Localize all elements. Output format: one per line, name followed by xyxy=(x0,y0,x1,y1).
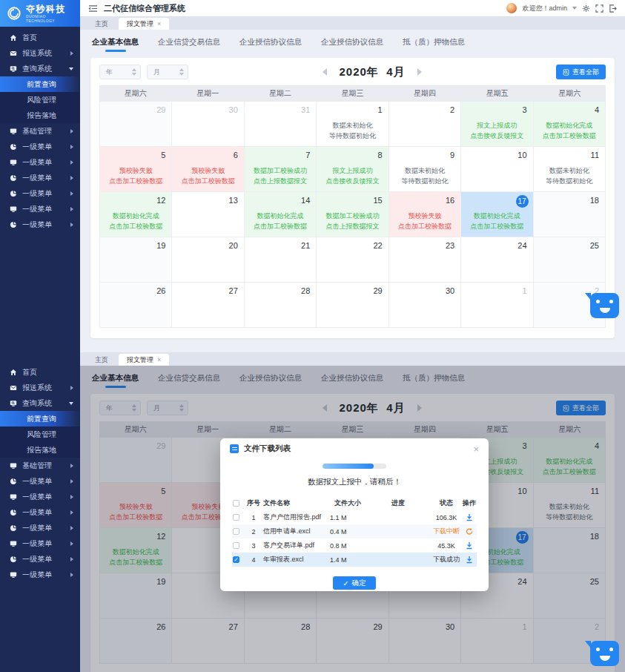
row-checkbox[interactable]: ✓ xyxy=(233,556,239,563)
month-select[interactable]: 月 xyxy=(147,65,188,79)
sidebar-item[interactable]: 基础管理 xyxy=(0,123,80,139)
sidebar-item[interactable]: 一级菜单 xyxy=(0,154,80,170)
calendar-day-cell[interactable]: 1数据未初始化等待数据初始化 xyxy=(317,102,388,147)
row-checkbox[interactable] xyxy=(233,528,239,535)
sidebar-item-active[interactable]: 前置查询 xyxy=(0,411,80,426)
file-row[interactable]: 3客户交易详单.pdf0.8 M45.3K xyxy=(232,538,477,553)
file-row[interactable]: 1客户户信用报告.pdf1.1 M106.3K xyxy=(232,510,477,524)
sidebar-item[interactable]: 一级菜单 xyxy=(0,504,80,520)
calendar-day-cell[interactable]: 28 xyxy=(245,283,317,328)
calendar-day-cell[interactable]: 16预校验失败点击加工校验数据 xyxy=(389,192,461,237)
fullscreen-icon[interactable] xyxy=(595,4,603,13)
logout-icon[interactable] xyxy=(609,4,617,13)
calendar-day-cell[interactable]: 21 xyxy=(245,237,317,283)
calendar-day-cell[interactable]: 26 xyxy=(100,283,172,328)
calendar-day-cell[interactable]: 30 xyxy=(389,283,461,328)
sidebar-item[interactable]: 一级菜单 xyxy=(0,170,80,185)
file-row[interactable]: 2信用申请单.excl0.4 M下载中断 xyxy=(232,524,477,538)
avatar[interactable] xyxy=(506,3,517,13)
section-tab[interactable]: 企业授信协议信息 xyxy=(239,37,302,52)
sidebar-item[interactable]: 报送系统 xyxy=(0,45,80,61)
calendar-day-cell[interactable]: 2 xyxy=(389,102,461,147)
sidebar-item[interactable]: 风险管理 xyxy=(0,92,80,108)
calendar-day-cell[interactable]: 31 xyxy=(245,102,317,147)
view-all-button[interactable]: 查看全部 xyxy=(556,65,606,79)
calendar-day-cell[interactable]: 23 xyxy=(389,237,461,283)
calendar-day-cell[interactable]: 1 xyxy=(461,283,533,328)
chat-widget[interactable] xyxy=(590,641,619,666)
sidebar-item[interactable]: 一级菜单 xyxy=(0,217,80,232)
section-tab[interactable]: 企业授信协议信息 xyxy=(321,37,383,52)
sidebar-item[interactable]: 风险管理 xyxy=(0,426,80,442)
calendar-day-cell[interactable]: 17数据初始化完成点击加工校验数据 xyxy=(461,192,533,237)
row-checkbox[interactable] xyxy=(233,514,239,521)
next-month-icon[interactable] xyxy=(417,68,422,76)
stepper-icon[interactable] xyxy=(132,68,136,76)
sidebar-item[interactable]: 一级菜单 xyxy=(0,201,80,217)
section-tab[interactable]: 企业基本信息 xyxy=(92,37,139,52)
calendar-day-cell[interactable]: 19 xyxy=(100,237,172,283)
sidebar-item[interactable]: 首页 xyxy=(0,364,80,380)
sidebar-item[interactable]: 首页 xyxy=(0,30,80,45)
close-tab-icon[interactable]: × xyxy=(157,356,161,363)
calendar-day-cell[interactable]: 18 xyxy=(534,192,606,237)
sidebar-item[interactable]: 一级菜单 xyxy=(0,551,80,567)
sidebar-item[interactable]: 一级菜单 xyxy=(0,139,80,154)
calendar-day-cell[interactable]: 29 xyxy=(100,102,172,147)
download-icon[interactable] xyxy=(462,513,477,521)
calendar-day-cell[interactable]: 13 xyxy=(172,192,244,237)
sidebar-item[interactable]: 报送系统 xyxy=(0,380,80,395)
calendar-day-cell[interactable]: 7数据加工校验成功点击上报数据报文 xyxy=(245,147,317,192)
sidebar-item[interactable]: 一级菜单 xyxy=(0,520,80,536)
sidebar-item[interactable]: 一级菜单 xyxy=(0,473,80,489)
calendar-day-cell[interactable]: 6预校验失败点击加工校验数据 xyxy=(172,147,244,192)
calendar-day-cell[interactable]: 12数据初始化完成点击加工校验数据 xyxy=(100,192,172,237)
calendar-day-cell[interactable]: 9数据未初始化等待数据初始化 xyxy=(389,147,461,192)
sidebar-item[interactable]: 查询系统 xyxy=(0,395,80,411)
sidebar-item[interactable]: 一级菜单 xyxy=(0,536,80,551)
sidebar-item[interactable]: 报告落地 xyxy=(0,108,80,123)
calendar-day-cell[interactable]: 20 xyxy=(172,237,244,283)
sidebar-item[interactable]: 报告落地 xyxy=(0,442,80,458)
gear-icon[interactable] xyxy=(582,4,590,13)
calendar-day-cell[interactable]: 24 xyxy=(461,237,533,283)
calendar-day-cell[interactable]: 22 xyxy=(317,237,388,283)
sidebar-item[interactable]: 一级菜单 xyxy=(0,185,80,201)
stepper-icon[interactable] xyxy=(179,68,184,76)
section-tab[interactable]: 企业信贷交易信息 xyxy=(158,37,220,52)
calendar-day-cell[interactable]: 25 xyxy=(534,237,606,283)
calendar-day-cell[interactable]: 15数据加工校验成功点击上报数据报文 xyxy=(317,192,388,237)
sidebar-item[interactable]: 基础管理 xyxy=(0,458,80,473)
calendar-day-cell[interactable]: 11数据未初始化等待数据初始化 xyxy=(534,147,606,192)
sidebar-item[interactable]: 一级菜单 xyxy=(0,567,80,582)
chevron-down-icon[interactable] xyxy=(572,7,577,10)
year-select[interactable]: 年 xyxy=(99,65,141,79)
calendar-day-cell[interactable]: 10 xyxy=(461,147,533,192)
calendar-day-cell[interactable]: 29 xyxy=(317,283,388,328)
refresh-icon[interactable] xyxy=(462,527,477,536)
calendar-day-cell[interactable]: 8报文上报成功点击接收反馈报文 xyxy=(317,147,388,192)
download-icon[interactable] xyxy=(462,541,477,550)
calendar-day-cell[interactable]: 27 xyxy=(172,283,244,328)
calendar-day-cell[interactable]: 3报文上报成功点击接收反馈报文 xyxy=(461,102,533,147)
document-tab[interactable]: 报文管理× xyxy=(119,354,169,366)
row-checkbox[interactable] xyxy=(233,542,239,549)
calendar-day-cell[interactable]: 30 xyxy=(172,102,244,147)
prev-month-icon[interactable] xyxy=(323,68,327,76)
chat-widget[interactable] xyxy=(590,293,619,318)
close-icon[interactable]: × xyxy=(473,444,479,454)
calendar-day-cell[interactable]: 5预校验失败点击加工校验数据 xyxy=(100,147,172,192)
document-tab[interactable]: 报文管理× xyxy=(119,18,169,30)
download-icon[interactable] xyxy=(462,556,477,564)
calendar-day-cell[interactable]: 4数据初始化完成点击加工校验数据 xyxy=(534,102,606,147)
calendar-day-cell[interactable]: 14数据初始化完成点击加工校验数据 xyxy=(245,192,317,237)
close-tab-icon[interactable]: × xyxy=(157,20,161,27)
document-tab[interactable]: 主页 xyxy=(87,354,116,366)
document-tab[interactable]: 主页 xyxy=(87,18,116,30)
collapse-menu-icon[interactable] xyxy=(88,4,98,13)
confirm-button[interactable]: ✓ 确定 xyxy=(333,576,376,590)
welcome-text[interactable]: 欢迎您！admin xyxy=(522,4,567,13)
section-tab[interactable]: 抵（质）押物信息 xyxy=(403,37,465,52)
file-row[interactable]: ✓4年审报表.excl1.4 M下载成功 xyxy=(232,553,477,567)
sidebar-item[interactable]: 一级菜单 xyxy=(0,489,80,504)
